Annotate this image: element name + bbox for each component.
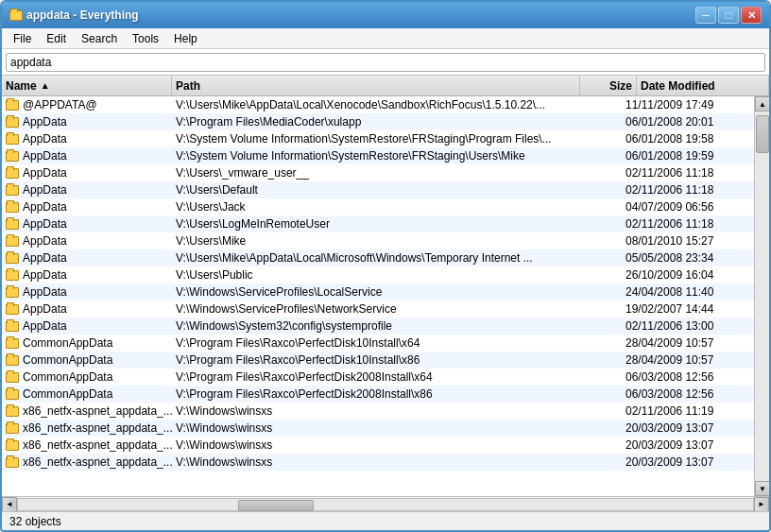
cell-date: 02/11/2006 11:18: [622, 215, 754, 232]
menu-file[interactable]: File: [6, 30, 39, 47]
cell-size: [565, 249, 622, 266]
table-row[interactable]: @APPDATA@ V:\Users\Mike\AppData\Local\Xe…: [2, 96, 754, 113]
cell-date: 06/01/2008 20:01: [622, 113, 754, 130]
cell-name: AppData: [2, 266, 172, 283]
table-row[interactable]: AppData V:\Users\Default 02/11/2006 11:1…: [2, 181, 754, 198]
cell-path: V:\Program Files\Raxco\PerfectDisk10Inst…: [172, 335, 565, 352]
cell-date: 28/04/2009 10:57: [622, 352, 754, 369]
folder-icon: [6, 404, 19, 418]
folder-icon: [6, 285, 19, 299]
menu-tools[interactable]: Tools: [125, 30, 166, 47]
cell-date: 24/04/2008 11:40: [622, 283, 754, 300]
folder-icon: [6, 336, 19, 350]
scroll-thumb[interactable]: [756, 115, 769, 153]
folder-icon: [6, 115, 19, 129]
col-size[interactable]: Size: [580, 76, 637, 95]
cell-path: V:\System Volume Information\SystemResto…: [172, 130, 565, 147]
table-row[interactable]: AppData V:\Users\LogMeInRemoteUser 02/11…: [2, 215, 754, 232]
table-row[interactable]: AppData V:\Users\Jack 04/07/2009 06:56: [2, 198, 754, 215]
cell-date: 06/03/2008 12:56: [622, 369, 754, 386]
cell-size: [565, 283, 622, 300]
table-row[interactable]: AppData V:\Users\_vmware_user__ 02/11/20…: [2, 164, 754, 181]
cell-name: AppData: [2, 283, 172, 300]
cell-size: [565, 420, 622, 437]
cell-size: [565, 317, 622, 335]
folder-icon: [6, 302, 19, 316]
table-row[interactable]: AppData V:\Users\Mike 08/01/2010 15:27: [2, 232, 754, 249]
table-row[interactable]: CommonAppData V:\Program Files\Raxco\Per…: [2, 352, 754, 369]
cell-path: V:\Windows\winsxs: [172, 420, 565, 437]
window-controls: ─ □ ✕: [695, 7, 762, 24]
status-count: 32 objects: [9, 515, 61, 528]
col-name[interactable]: Name ▲: [2, 76, 172, 95]
cell-path: V:\Windows\System32\config\systemprofile: [172, 317, 565, 335]
menu-search[interactable]: Search: [74, 30, 125, 47]
folder-icon: [6, 268, 19, 282]
cell-name: CommonAppData: [2, 369, 172, 386]
cell-name: CommonAppData: [2, 386, 172, 403]
folder-icon: [6, 251, 19, 265]
table-row[interactable]: AppData V:\Program Files\MediaCoder\xula…: [2, 113, 754, 130]
table-row[interactable]: AppData V:\Windows\System32\config\syste…: [2, 317, 754, 335]
title-bar: appdata - Everything ─ □ ✕: [2, 2, 769, 28]
table-row[interactable]: CommonAppData V:\Program Files\Raxco\Per…: [2, 335, 754, 352]
table-row[interactable]: AppData V:\Windows\ServiceProfiles\Netwo…: [2, 300, 754, 317]
table-row[interactable]: CommonAppData V:\Program Files\Raxco\Per…: [2, 369, 754, 386]
col-date[interactable]: Date Modified: [637, 76, 769, 95]
cell-name: x86_netfx-aspnet_appdata_...: [2, 420, 172, 437]
table-row[interactable]: AppData V:\Windows\ServiceProfiles\Local…: [2, 283, 754, 300]
horizontal-scrollbar[interactable]: ◄ ►: [2, 496, 769, 511]
cell-size: [565, 164, 622, 181]
folder-icon: [6, 353, 19, 367]
cell-size: [565, 198, 622, 215]
table-row[interactable]: x86_netfx-aspnet_appdata_... V:\Windows\…: [2, 437, 754, 454]
cell-path: V:\Users\Mike: [172, 232, 565, 249]
sort-arrow: ▲: [41, 80, 50, 91]
cell-path: V:\Users\Mike\AppData\Local\Microsoft\Wi…: [172, 249, 565, 266]
folder-icon: [6, 370, 19, 384]
folder-icon: [6, 455, 19, 469]
scroll-up-button[interactable]: ▲: [755, 96, 769, 112]
maximize-button[interactable]: □: [718, 7, 739, 24]
table-row[interactable]: CommonAppData V:\Program Files\Raxco\Per…: [2, 386, 754, 403]
table-row[interactable]: AppData V:\Users\Mike\AppData\Local\Micr…: [2, 249, 754, 266]
cell-path: V:\Users\Public: [172, 266, 565, 283]
vertical-scrollbar[interactable]: ▲ ▼: [754, 96, 769, 496]
table-rows: @APPDATA@ V:\Users\Mike\AppData\Local\Xe…: [2, 96, 754, 496]
hscroll-thumb[interactable]: [238, 500, 314, 511]
folder-icon: [6, 319, 19, 333]
col-path[interactable]: Path: [172, 76, 580, 95]
scroll-down-button[interactable]: ▼: [755, 481, 769, 496]
scroll-track[interactable]: [755, 112, 769, 481]
table-row[interactable]: x86_netfx-aspnet_appdata_... V:\Windows\…: [2, 454, 754, 471]
cell-name: AppData: [2, 317, 172, 335]
menu-help[interactable]: Help: [166, 30, 205, 47]
cell-path: V:\System Volume Information\SystemResto…: [172, 147, 565, 164]
cell-name: AppData: [2, 130, 172, 147]
table-row[interactable]: AppData V:\System Volume Information\Sys…: [2, 147, 754, 164]
hscroll-track[interactable]: [17, 498, 754, 511]
cell-date: 20/03/2009 13:07: [622, 420, 754, 437]
cell-date: 28/04/2009 10:57: [622, 335, 754, 352]
hscroll-left-button[interactable]: ◄: [2, 497, 17, 512]
cell-date: 20/03/2009 13:07: [622, 454, 754, 471]
table-row[interactable]: x86_netfx-aspnet_appdata_... V:\Windows\…: [2, 403, 754, 420]
cell-path: V:\Windows\ServiceProfiles\NetworkServic…: [172, 300, 565, 317]
hscroll-right-button[interactable]: ►: [754, 497, 769, 512]
cell-name: AppData: [2, 249, 172, 266]
table-row[interactable]: AppData V:\System Volume Information\Sys…: [2, 130, 754, 147]
cell-date: 02/11/2006 11:19: [622, 403, 754, 420]
cell-path: V:\Users\LogMeInRemoteUser: [172, 215, 565, 232]
minimize-button[interactable]: ─: [695, 7, 716, 24]
table-row[interactable]: x86_netfx-aspnet_appdata_... V:\Windows\…: [2, 420, 754, 437]
cell-date: 05/05/2008 23:34: [622, 249, 754, 266]
folder-icon: [6, 132, 19, 146]
table-row[interactable]: AppData V:\Users\Public 26/10/2009 16:04: [2, 266, 754, 283]
folder-icon: [6, 200, 19, 214]
close-button[interactable]: ✕: [741, 7, 762, 24]
cell-size: [565, 454, 622, 471]
search-input[interactable]: [6, 53, 765, 72]
menu-edit[interactable]: Edit: [39, 30, 74, 47]
window-title: appdata - Everything: [26, 9, 695, 22]
cell-path: V:\Windows\winsxs: [172, 403, 565, 420]
